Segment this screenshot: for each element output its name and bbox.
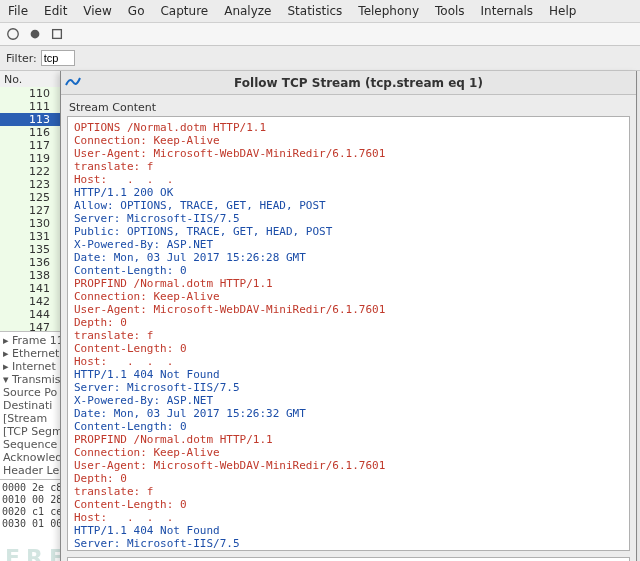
filter-label: Filter: — [6, 52, 37, 65]
menu-statistics[interactable]: Statistics — [285, 2, 344, 20]
menubar: FileEditViewGoCaptureAnalyzeStatisticsTe… — [0, 0, 640, 23]
packet-row[interactable]: 117 — [0, 139, 60, 152]
menu-telephony[interactable]: Telephony — [356, 2, 421, 20]
packet-row[interactable]: 141 — [0, 282, 60, 295]
menu-view[interactable]: View — [81, 2, 113, 20]
svg-rect-2 — [53, 30, 62, 39]
packet-row[interactable]: 130 — [0, 217, 60, 230]
packet-row[interactable]: 119 — [0, 152, 60, 165]
packet-row[interactable]: 125 — [0, 191, 60, 204]
packet-row[interactable]: 136 — [0, 256, 60, 269]
filter-input[interactable] — [41, 50, 75, 66]
dialog-titlebar[interactable]: Follow TCP Stream (tcp.stream eq 1) — [61, 71, 636, 95]
packet-row[interactable]: 116 — [0, 126, 60, 139]
menu-capture[interactable]: Capture — [158, 2, 210, 20]
packet-row[interactable]: 142 — [0, 295, 60, 308]
dialog-title: Follow TCP Stream (tcp.stream eq 1) — [85, 76, 632, 90]
packet-row[interactable]: 138 — [0, 269, 60, 282]
stream-content-label: Stream Content — [67, 97, 630, 116]
svg-point-1 — [31, 30, 40, 39]
follow-tcp-dialog: Follow TCP Stream (tcp.stream eq 1) Stre… — [60, 71, 637, 561]
stream-segment: OPTIONS /Normal.dotm HTTP/1.1 Connection… — [74, 121, 623, 186]
stream-segment: HTTP/1.1 404 Not Found Server: Microsoft… — [74, 524, 623, 551]
packet-row[interactable]: 123 — [0, 178, 60, 191]
menu-analyze[interactable]: Analyze — [222, 2, 273, 20]
conversation-select[interactable]: Entire conversation (2750 bytes) ▾ — [67, 557, 630, 561]
menu-edit[interactable]: Edit — [42, 2, 69, 20]
stream-segment: PROPFIND /Normal.dotm HTTP/1.1 Connectio… — [74, 277, 623, 368]
svg-point-0 — [8, 29, 19, 40]
wireshark-icon — [65, 73, 81, 92]
stream-segment: HTTP/1.1 200 OK Allow: OPTIONS, TRACE, G… — [74, 186, 623, 277]
menu-internals[interactable]: Internals — [479, 2, 536, 20]
menu-tools[interactable]: Tools — [433, 2, 467, 20]
packet-row[interactable]: 135 — [0, 243, 60, 256]
menu-file[interactable]: File — [6, 2, 30, 20]
toolbar-btn-1[interactable] — [4, 25, 22, 43]
menu-go[interactable]: Go — [126, 2, 147, 20]
packet-row[interactable]: 111 — [0, 100, 60, 113]
menu-help[interactable]: Help — [547, 2, 578, 20]
packet-row[interactable]: 144 — [0, 308, 60, 321]
packet-row[interactable]: 127 — [0, 204, 60, 217]
toolbar-btn-2[interactable] — [26, 25, 44, 43]
packet-row[interactable]: 131 — [0, 230, 60, 243]
stream-text[interactable]: OPTIONS /Normal.dotm HTTP/1.1 Connection… — [67, 116, 630, 551]
filter-row: Filter: — [0, 46, 640, 71]
stream-segment: HTTP/1.1 404 Not Found Server: Microsoft… — [74, 368, 623, 433]
packet-row[interactable]: 110 — [0, 87, 60, 100]
stream-segment: PROPFIND /Normal.dotm HTTP/1.1 Connectio… — [74, 433, 623, 524]
packet-row[interactable]: 113 — [0, 113, 60, 126]
packet-row[interactable]: 122 — [0, 165, 60, 178]
toolbar-btn-3[interactable] — [48, 25, 66, 43]
main-toolbar — [0, 23, 640, 46]
